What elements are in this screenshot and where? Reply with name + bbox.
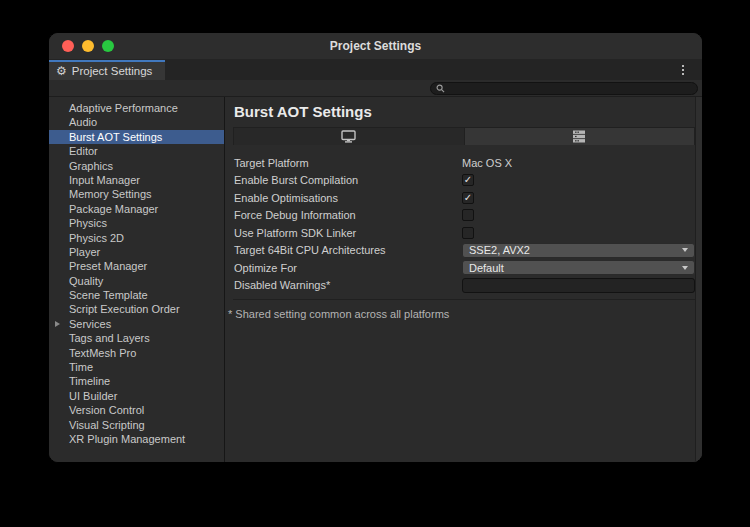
sidebar-item-xr-plugin-management[interactable]: XR Plugin Management xyxy=(49,432,224,446)
setting-row-optimize-for: Optimize ForDefault xyxy=(233,259,695,277)
title-bar: Project Settings xyxy=(49,33,702,60)
sidebar-item-burst-aot-settings[interactable]: Burst AOT Settings xyxy=(49,130,224,144)
sidebar-item-quality[interactable]: Quality xyxy=(49,274,224,288)
sidebar-item-label: Scene Template xyxy=(69,289,148,301)
sidebar-item-package-manager[interactable]: Package Manager xyxy=(49,202,224,216)
settings-sidebar: Adaptive PerformanceAudioBurst AOT Setti… xyxy=(49,97,225,462)
setting-label: Disabled Warnings* xyxy=(233,279,462,291)
dropdown-selected-value: SSE2, AVX2 xyxy=(469,244,682,256)
sidebar-item-physics[interactable]: Physics xyxy=(49,216,224,230)
setting-label: Force Debug Information xyxy=(233,209,462,221)
sidebar-item-label: TextMesh Pro xyxy=(69,347,136,359)
setting-row-use-platform-sdk-linker: Use Platform SDK Linker xyxy=(233,224,695,242)
chevron-down-icon xyxy=(682,248,688,252)
sidebar-item-preset-manager[interactable]: Preset Manager xyxy=(49,259,224,273)
sidebar-item-label: Memory Settings xyxy=(69,188,152,200)
sidebar-item-player[interactable]: Player xyxy=(49,245,224,259)
value-text: Mac OS X xyxy=(462,157,512,169)
dropdown-optimize-for[interactable]: Default xyxy=(462,260,695,275)
sidebar-item-input-manager[interactable]: Input Manager xyxy=(49,173,224,187)
server-icon xyxy=(572,130,586,143)
sidebar-item-graphics[interactable]: Graphics xyxy=(49,159,224,173)
settings-rows: Target PlatformMac OS XEnable Burst Comp… xyxy=(233,145,695,300)
setting-label: Enable Optimisations xyxy=(233,192,462,204)
text-input-disabled-warnings[interactable] xyxy=(462,278,695,293)
sidebar-item-scene-template[interactable]: Scene Template xyxy=(49,288,224,302)
setting-label: Target 64Bit CPU Architectures xyxy=(233,244,462,256)
sidebar-item-timeline[interactable]: Timeline xyxy=(49,374,224,388)
sidebar-item-label: Services xyxy=(69,318,111,330)
sidebar-item-label: Physics xyxy=(69,217,107,229)
search-box xyxy=(430,82,698,95)
chevron-down-icon xyxy=(682,266,688,270)
setting-value xyxy=(462,209,695,221)
sidebar-item-label: Tags and Layers xyxy=(69,332,150,344)
setting-label: Optimize For xyxy=(233,262,462,274)
sidebar-item-label: Time xyxy=(69,361,93,373)
setting-row-target-64bit-cpu-architectures: Target 64Bit CPU ArchitecturesSSE2, AVX2 xyxy=(233,242,695,260)
tab-project-settings[interactable]: ⚙ Project Settings xyxy=(49,60,165,80)
sidebar-item-label: Editor xyxy=(69,145,98,157)
setting-value: Mac OS X xyxy=(462,157,695,169)
sidebar-item-label: Graphics xyxy=(69,160,113,172)
sidebar-item-label: Adaptive Performance xyxy=(69,102,178,114)
setting-value: ✓ xyxy=(462,192,695,204)
platform-tab-server[interactable] xyxy=(464,128,695,145)
sidebar-item-label: Physics 2D xyxy=(69,232,124,244)
platform-tab-standalone[interactable] xyxy=(234,128,464,145)
sidebar-item-physics-2d[interactable]: Physics 2D xyxy=(49,231,224,245)
sidebar-item-ui-builder[interactable]: UI Builder xyxy=(49,389,224,403)
vertical-scrollbar[interactable] xyxy=(695,97,702,462)
checkbox[interactable] xyxy=(462,227,474,239)
sidebar-item-memory-settings[interactable]: Memory Settings xyxy=(49,187,224,201)
checkbox[interactable]: ✓ xyxy=(462,174,474,186)
tab-label: Project Settings xyxy=(72,65,153,77)
setting-label: Target Platform xyxy=(233,157,462,169)
setting-row-target-platform: Target PlatformMac OS X xyxy=(233,154,695,172)
sidebar-item-audio[interactable]: Audio xyxy=(49,115,224,129)
sidebar-item-script-execution-order[interactable]: Script Execution Order xyxy=(49,302,224,316)
dropdown-target-64bit-cpu-architectures[interactable]: SSE2, AVX2 xyxy=(462,243,695,258)
sidebar-item-services[interactable]: Services xyxy=(49,317,224,331)
dropdown-selected-value: Default xyxy=(469,262,682,274)
sidebar-item-label: Player xyxy=(69,246,100,258)
setting-value xyxy=(462,278,695,293)
setting-label: Use Platform SDK Linker xyxy=(233,227,462,239)
sidebar-item-visual-scripting[interactable]: Visual Scripting xyxy=(49,418,224,432)
sidebar-item-label: Audio xyxy=(69,116,97,128)
setting-row-enable-burst-compilation: Enable Burst Compilation✓ xyxy=(233,172,695,190)
search-input[interactable] xyxy=(449,83,692,94)
sidebar-item-tags-and-layers[interactable]: Tags and Layers xyxy=(49,331,224,345)
setting-row-disabled-warnings: Disabled Warnings* xyxy=(233,277,695,295)
settings-main-panel: Burst AOT Settings xyxy=(225,97,702,462)
document-tab-bar: ⚙ Project Settings xyxy=(49,60,702,80)
sidebar-item-label: Package Manager xyxy=(69,203,158,215)
sidebar-item-label: UI Builder xyxy=(69,390,117,402)
sidebar-item-adaptive-performance[interactable]: Adaptive Performance xyxy=(49,101,224,115)
sidebar-item-label: Burst AOT Settings xyxy=(69,131,162,143)
window-body: Adaptive PerformanceAudioBurst AOT Setti… xyxy=(49,97,702,462)
disclosure-triangle-icon[interactable] xyxy=(55,321,60,327)
platform-tab-strip xyxy=(233,127,695,145)
setting-value: SSE2, AVX2 xyxy=(462,243,695,258)
sidebar-item-label: Visual Scripting xyxy=(69,419,145,431)
sidebar-item-label: XR Plugin Management xyxy=(69,433,185,445)
setting-row-enable-optimisations: Enable Optimisations✓ xyxy=(233,189,695,207)
monitor-icon xyxy=(341,130,356,143)
setting-label: Enable Burst Compilation xyxy=(233,174,462,186)
kebab-menu-icon[interactable] xyxy=(676,63,690,77)
sidebar-item-label: Quality xyxy=(69,275,103,287)
setting-row-force-debug-information: Force Debug Information xyxy=(233,207,695,225)
sidebar-item-time[interactable]: Time xyxy=(49,360,224,374)
search-toolbar xyxy=(49,80,702,97)
checkbox[interactable]: ✓ xyxy=(462,192,474,204)
sidebar-item-version-control[interactable]: Version Control xyxy=(49,403,224,417)
gear-icon: ⚙ xyxy=(56,65,67,77)
sidebar-item-editor[interactable]: Editor xyxy=(49,144,224,158)
setting-value xyxy=(462,227,695,239)
checkbox[interactable] xyxy=(462,209,474,221)
window-title: Project Settings xyxy=(49,39,702,53)
sidebar-item-label: Script Execution Order xyxy=(69,303,180,315)
sidebar-item-textmesh-pro[interactable]: TextMesh Pro xyxy=(49,346,224,360)
sidebar-item-label: Version Control xyxy=(69,404,144,416)
